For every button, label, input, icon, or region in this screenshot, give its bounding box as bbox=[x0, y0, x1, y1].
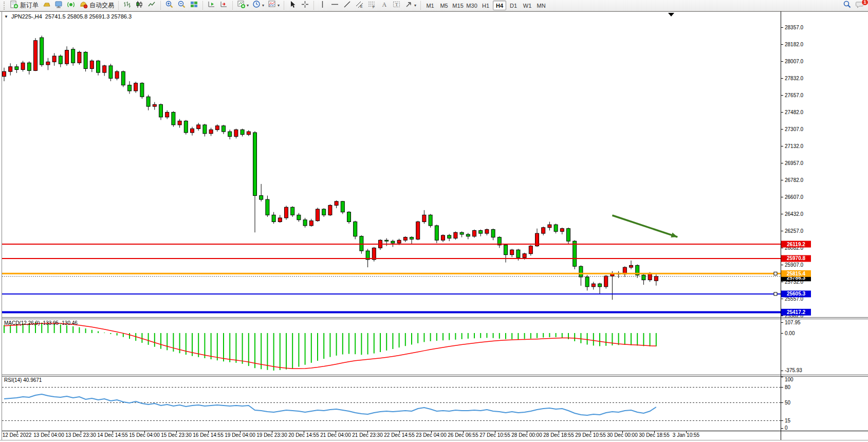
indicators-dropdown[interactable]: ▾ bbox=[266, 1, 281, 11]
zoom-in-button[interactable] bbox=[163, 1, 175, 11]
search-button[interactable] bbox=[841, 1, 853, 11]
line-chart-icon bbox=[147, 0, 156, 11]
symbol-dropdown-icon[interactable]: ▼ bbox=[4, 14, 8, 19]
chart-frame bbox=[0, 11, 868, 440]
chat-unread-badge: 1 bbox=[861, 0, 868, 6]
timeframe-m30-button[interactable]: M30 bbox=[465, 1, 478, 10]
timeframe-d1-button[interactable]: D1 bbox=[507, 1, 520, 10]
svg-text:0.00: 0.00 bbox=[785, 330, 795, 336]
dropdown-caret-icon: ▾ bbox=[247, 3, 249, 8]
horizontal-line-button[interactable] bbox=[329, 1, 341, 11]
trendline-button[interactable] bbox=[341, 1, 353, 11]
equidistant-channel-icon: E bbox=[355, 0, 364, 11]
svg-text:22 Dec 14:55: 22 Dec 14:55 bbox=[384, 432, 415, 438]
svg-text:16 Dec 14:55: 16 Dec 14:55 bbox=[193, 432, 224, 438]
equidistant-channel-button[interactable]: E bbox=[354, 1, 365, 11]
svg-text:19 Dec 23:30: 19 Dec 23:30 bbox=[256, 432, 287, 438]
toolbar-grip[interactable] bbox=[4, 2, 6, 10]
candlestick-chart-button[interactable] bbox=[134, 1, 145, 11]
bar-chart-button[interactable] bbox=[121, 1, 133, 11]
svg-text:0: 0 bbox=[785, 425, 788, 431]
svg-text:3 Jan 10:55: 3 Jan 10:55 bbox=[673, 432, 700, 438]
svg-text:28357.0: 28357.0 bbox=[785, 25, 804, 30]
timeframe-m1-button[interactable]: M1 bbox=[423, 1, 437, 10]
timeframe-w1-button[interactable]: W1 bbox=[521, 1, 534, 10]
chart-canvas[interactable]: 28357.028182.028007.027832.027657.027482… bbox=[0, 11, 868, 442]
svg-text:13 Dec 23:30: 13 Dec 23:30 bbox=[65, 432, 96, 438]
signals-icon bbox=[67, 0, 76, 11]
text-icon: A bbox=[380, 0, 389, 11]
timeframe-mn-button[interactable]: MN bbox=[534, 1, 548, 10]
svg-text:28 Dec 00:00: 28 Dec 00:00 bbox=[511, 432, 542, 438]
svg-text:27 Dec 10:55: 27 Dec 10:55 bbox=[479, 432, 510, 438]
candles bbox=[3, 35, 658, 300]
crosshair-button[interactable] bbox=[299, 1, 311, 11]
fibonacci-icon: F bbox=[367, 0, 376, 11]
svg-text:A: A bbox=[382, 1, 387, 8]
text-button[interactable]: A bbox=[378, 1, 390, 11]
tile-windows-button[interactable] bbox=[188, 1, 200, 11]
market-button[interactable] bbox=[53, 1, 65, 11]
text-label-icon: T bbox=[392, 0, 401, 11]
line-chart-button[interactable] bbox=[146, 1, 158, 11]
market-icon bbox=[54, 0, 63, 11]
dropdown-caret-icon: ▾ bbox=[414, 3, 416, 8]
gold-bar-button[interactable] bbox=[41, 1, 52, 11]
vertical-line-button[interactable] bbox=[317, 1, 328, 11]
macd-histogram bbox=[4, 322, 656, 371]
svg-text:T: T bbox=[395, 2, 398, 7]
arrows-dropdown[interactable]: ▾ bbox=[403, 1, 418, 11]
svg-text:27307.0: 27307.0 bbox=[785, 126, 804, 132]
cursor-button[interactable] bbox=[287, 1, 299, 11]
new-order-label: 新订单 bbox=[20, 1, 39, 10]
new-chart-dropdown[interactable]: ▾ bbox=[235, 1, 250, 11]
svg-text:13 Dec 04:00: 13 Dec 04:00 bbox=[33, 432, 64, 438]
zoom-out-button[interactable] bbox=[176, 1, 188, 11]
svg-text:100: 100 bbox=[785, 377, 793, 382]
svg-text:28007.0: 28007.0 bbox=[785, 59, 804, 64]
toolbar-separator bbox=[118, 1, 119, 10]
auto-scroll-button[interactable] bbox=[206, 1, 217, 11]
vertical-line-icon bbox=[318, 0, 327, 11]
crosshair-icon bbox=[301, 0, 309, 11]
bar-chart-icon bbox=[123, 0, 132, 11]
svg-text:15 Dec 23:30: 15 Dec 23:30 bbox=[161, 432, 192, 438]
svg-text:27657.0: 27657.0 bbox=[785, 93, 804, 98]
svg-text:80: 80 bbox=[785, 384, 791, 390]
timeframe-h1-button[interactable]: H1 bbox=[479, 1, 492, 10]
clock-icon bbox=[252, 0, 261, 11]
svg-text:26 Dec 06:55: 26 Dec 06:55 bbox=[448, 432, 478, 438]
new-order-button[interactable]: 新订单 bbox=[8, 1, 40, 11]
svg-text:30 Dec 18:55: 30 Dec 18:55 bbox=[639, 432, 670, 438]
chart-shift-button[interactable] bbox=[218, 1, 230, 11]
timeframe-m15-button[interactable]: M15 bbox=[451, 1, 465, 10]
tile-windows-icon bbox=[190, 0, 198, 11]
horizontal-lines bbox=[2, 244, 781, 312]
svg-text:29 Dec 10:55: 29 Dec 10:55 bbox=[575, 432, 606, 438]
signals-button[interactable] bbox=[65, 1, 77, 11]
macd-label: MACD(12,26,9) -133.95 -130.46 bbox=[4, 320, 78, 326]
svg-text:25417.2: 25417.2 bbox=[787, 309, 806, 315]
svg-text:14 Dec 14:55: 14 Dec 14:55 bbox=[97, 432, 128, 438]
price-axis: 28357.028182.028007.027832.027657.027482… bbox=[781, 25, 804, 431]
svg-text:26782.0: 26782.0 bbox=[785, 177, 804, 183]
svg-text:19 Dec 04:00: 19 Dec 04:00 bbox=[225, 432, 255, 438]
auto-scroll-icon bbox=[207, 0, 216, 11]
trendline-icon bbox=[343, 0, 352, 11]
svg-text:15: 15 bbox=[785, 418, 791, 423]
periods-dropdown[interactable]: ▾ bbox=[251, 1, 266, 11]
autotrading-icon bbox=[79, 0, 88, 11]
timeframe-m5-button[interactable]: M5 bbox=[437, 1, 451, 10]
autotrading-button[interactable]: 自动交易 bbox=[78, 1, 116, 11]
toolbar-separator bbox=[284, 1, 284, 10]
toolbar-separator bbox=[420, 1, 421, 10]
svg-text:25815.4: 25815.4 bbox=[787, 271, 806, 277]
timeframe-h4-button[interactable]: H4 bbox=[493, 1, 506, 10]
svg-text:25605.3: 25605.3 bbox=[787, 291, 806, 297]
text-label-button[interactable]: T bbox=[391, 1, 402, 11]
dropdown-caret-icon: ▾ bbox=[262, 3, 264, 8]
svg-text:E: E bbox=[360, 5, 363, 8]
chat-button[interactable]: 1 bbox=[854, 1, 866, 11]
fibonacci-button[interactable]: F bbox=[366, 1, 378, 11]
gold-bar-icon bbox=[42, 0, 51, 11]
